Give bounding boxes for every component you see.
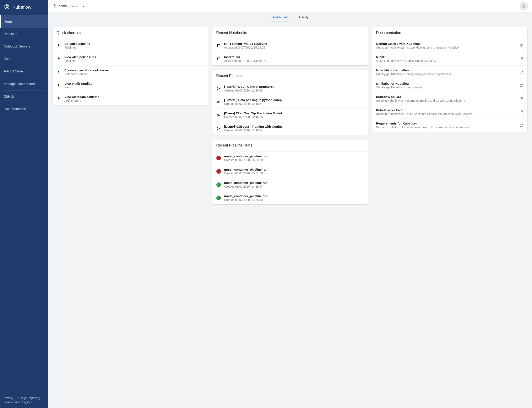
row-subtitle: Accessed 08/07/2020, 15:23:05: [224, 46, 364, 49]
doc-link-item[interactable]: Kubeflow on GCPRunning Kubeflow on Kuber…: [372, 92, 527, 105]
row-subtitle: Quickly get Kubeflow running locally on …: [376, 72, 516, 76]
sidebar-item-pipelines[interactable]: Pipelines: [0, 28, 48, 40]
sidebar-item-label: Manage Contributors: [4, 82, 35, 86]
status-error-icon: [216, 156, 221, 161]
row-title: KF_Fashion_MNIST (1).ipynb: [224, 42, 364, 45]
sidebar-item-documentation[interactable]: Documentation: [0, 103, 48, 115]
card-title: Documentation: [372, 27, 527, 39]
row-title: mnist_container_pipeline run: [224, 194, 364, 198]
sidebar-item-label: Katib: [4, 57, 11, 61]
bolt-icon: [56, 56, 61, 61]
row-title: [Demo] TFX - Taxi Tip Prediction Model …: [224, 111, 364, 115]
tab-dashboard[interactable]: Dashboard: [270, 12, 289, 22]
row-title: View all pipeline runs: [64, 55, 204, 59]
tabs: DashboardActivity: [48, 12, 532, 22]
sidebar-item-home[interactable]: Home: [0, 15, 48, 28]
row-subtitle: Created 08/07/2020, 14:29:57: [224, 185, 364, 188]
shortcut-item[interactable]: Create a new Notebook serverNotebook Ser…: [53, 65, 208, 79]
avatar[interactable]: [520, 2, 528, 10]
namespace-name: admin: [59, 4, 68, 8]
doc-link-item[interactable]: Requirements for KubeflowGet more detail…: [372, 119, 527, 132]
doc-link-item[interactable]: Kubeflow on AWSRunning Kubeflow on Elast…: [372, 105, 527, 119]
brand[interactable]: Kubeflow: [0, 0, 48, 15]
sidebar-item-label: Documentation: [4, 107, 26, 111]
row-subtitle: A fast and easy way to deploy Kubeflow l…: [376, 59, 516, 62]
sidebar-item-label: Notebook Servers: [4, 45, 30, 48]
shortcut-item[interactable]: View Katib StudiesKatib: [53, 79, 208, 92]
pipeline-run-item[interactable]: mnist_container_pipeline runCreated 08/0…: [212, 152, 367, 165]
bolt-icon: [56, 43, 61, 48]
doc-link-item[interactable]: Microk8s for KubeflowQuickly get Kubeflo…: [372, 65, 527, 79]
sidebar-item-katib[interactable]: Katib: [0, 53, 48, 65]
pipeline-icon: [216, 99, 221, 104]
row-subtitle: Get more detailed information about usin…: [376, 126, 516, 129]
cube-icon: [52, 4, 56, 9]
pipeline-icon: [216, 126, 221, 131]
open-external-icon: [519, 43, 524, 48]
open-external-icon: [519, 110, 524, 115]
pipeline-run-item[interactable]: mnist_container_pipeline runCreated 08/0…: [212, 178, 367, 191]
row-subtitle: Created 08/07/2020, 12:46:57: [224, 102, 364, 105]
sidebar-item-manage-contributors[interactable]: Manage Contributors: [0, 78, 48, 90]
status-success-icon: [216, 196, 221, 200]
sidebar-item-github[interactable]: GitHub: [0, 91, 48, 103]
card-title: Quick shortcuts: [53, 27, 208, 39]
sidebar-nav: HomePipelinesNotebook ServersKatibArtifa…: [0, 15, 48, 115]
doc-link-item[interactable]: MiniKFA fast and easy way to deploy Kube…: [372, 52, 527, 65]
bolt-icon: [56, 70, 61, 75]
pipeline-item[interactable]: [Tutorial] DSL - Control structuresCreat…: [212, 82, 367, 95]
build-version: build version dev_local: [4, 400, 44, 404]
doc-link-item[interactable]: Getting Started with KubeflowGet your ma…: [372, 39, 527, 52]
row-title: [Tutorial] Data passing in python comp…: [224, 98, 364, 102]
documentation-card: Documentation Getting Started with Kubef…: [372, 27, 527, 132]
row-title: mnist_container_pipeline run: [224, 154, 364, 158]
row-title: lost+found: [224, 55, 364, 59]
pipeline-icon: [216, 113, 221, 118]
row-subtitle: Created 08/07/2020, 15:11:50: [224, 172, 364, 175]
open-external-icon: [519, 56, 524, 61]
sidebar: Kubeflow HomePipelinesNotebook ServersKa…: [0, 0, 48, 408]
recent-notebooks-card: Recent Notebooks KF_Fashion_MNIST (1).ip…: [212, 27, 367, 65]
shortcut-item[interactable]: View Metadata ArtifactsArtifact Store: [53, 92, 208, 105]
shortcut-item[interactable]: Upload a pipelinePipelines: [53, 39, 208, 52]
notebook-item[interactable]: lost+foundAccessed 08/07/2020, 13:46:37: [212, 52, 367, 65]
row-title: Getting Started with Kubeflow: [376, 42, 516, 45]
row-title: MiniKF: [376, 55, 516, 59]
quick-shortcuts-card: Quick shortcuts Upload a pipelinePipelin…: [53, 27, 208, 105]
chevron-down-icon: [82, 6, 85, 7]
notebook-item[interactable]: KF_Fashion_MNIST (1).ipynbAccessed 08/07…: [212, 39, 367, 52]
pipeline-run-item[interactable]: mnist_container_pipeline runCreated 08/0…: [212, 191, 367, 204]
notebook-icon: [216, 56, 221, 61]
namespace-role: (Owner): [70, 5, 79, 8]
main: admin (Owner) DashboardActivity Quick sh…: [48, 0, 532, 408]
row-title: mnist_container_pipeline run: [224, 181, 364, 185]
row-title: Microk8s for Kubeflow: [376, 68, 516, 72]
row-title: Kubeflow on AWS: [376, 108, 516, 112]
row-subtitle: Pipelines: [64, 46, 204, 49]
row-subtitle: Katib: [64, 86, 204, 89]
external-link-icon: [27, 107, 29, 109]
content: Quick shortcuts Upload a pipelinePipelin…: [48, 22, 532, 408]
pipeline-item[interactable]: [Demo] TFX - Taxi Tip Prediction Model ……: [212, 108, 367, 122]
kubeflow-logo-icon: [4, 4, 10, 11]
doc-link-item[interactable]: Minikube for KubeflowQuickly get Kubeflo…: [372, 79, 527, 92]
card-title: Recent Notebooks: [212, 27, 367, 39]
pipeline-item[interactable]: [Tutorial] Data passing in python comp…C…: [212, 95, 367, 108]
sidebar-item-label: Pipelines: [4, 32, 17, 36]
row-title: [Tutorial] DSL - Control structures: [224, 85, 364, 88]
namespace-selector[interactable]: admin (Owner): [52, 4, 85, 9]
sidebar-item-notebook-servers[interactable]: Notebook Servers: [0, 40, 48, 53]
sidebar-item-artifact-store[interactable]: Artifact Store: [0, 65, 48, 78]
shortcut-item[interactable]: View all pipeline runsPipelines: [53, 52, 208, 65]
privacy-link[interactable]: Privacy: [4, 396, 13, 400]
sidebar-item-label: Home: [4, 20, 13, 24]
pipeline-item[interactable]: [Demo] XGBoost - Training with Confusi…C…: [212, 122, 367, 135]
row-subtitle: Created 08/07/2020, 12:46:58: [224, 89, 364, 92]
usage-reporting-link[interactable]: Usage Reporting: [18, 396, 40, 400]
tab-activity[interactable]: Activity: [297, 12, 310, 22]
user-icon: [521, 3, 526, 9]
row-title: Requirements for Kubeflow: [376, 122, 516, 125]
pipeline-run-item[interactable]: mnist_container_pipeline runCreated 08/0…: [212, 165, 367, 178]
row-subtitle: Notebook Servers: [64, 72, 204, 76]
open-external-icon: [519, 83, 524, 88]
